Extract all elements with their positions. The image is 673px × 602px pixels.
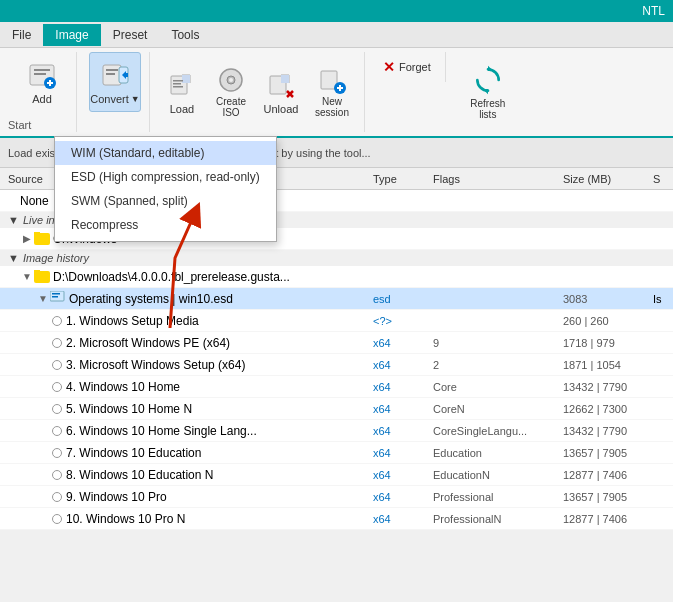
folder-expand-arrow[interactable]: ▼ — [20, 271, 34, 282]
cell-source: 9. Windows 10 Pro — [0, 490, 373, 504]
cell-s: Is — [653, 293, 673, 305]
cell-size: 12877 | 7406 — [563, 469, 653, 481]
cell-flags: Education — [433, 447, 563, 459]
cell-source: 4. Windows 10 Home — [0, 380, 373, 394]
item-label: 4. Windows 10 Home — [66, 380, 180, 394]
cell-type: x64 — [373, 447, 433, 459]
item-label: 1. Windows Setup Media — [66, 314, 199, 328]
cell-size: 12877 | 7406 — [563, 513, 653, 525]
svg-rect-16 — [173, 86, 183, 88]
folder-collapse-arrow[interactable]: ▶ — [20, 233, 34, 244]
svg-rect-5 — [49, 80, 51, 86]
item-label: 6. Windows 10 Home Single Lang... — [66, 424, 257, 438]
convert-dropdown-arrow[interactable]: ▼ — [131, 94, 140, 104]
folder-label: D:\Downloads\4.0.0.0.fbl_prerelease.gust… — [53, 270, 290, 284]
menu-file[interactable]: File — [0, 24, 43, 46]
item-label: 2. Microsoft Windows PE (x64) — [66, 336, 230, 350]
convert-button[interactable]: Convert ▼ — [89, 52, 141, 112]
radio-bullet — [52, 316, 62, 326]
section-arrow[interactable]: ▼ — [8, 214, 19, 226]
cell-source: 7. Windows 10 Education — [0, 446, 373, 460]
dropdown-item-swm[interactable]: SWM (Spanned, split) — [55, 189, 276, 213]
list-item[interactable]: 7. Windows 10 Educationx64Education13657… — [0, 442, 673, 464]
svg-rect-22 — [281, 75, 289, 83]
svg-rect-2 — [34, 73, 46, 75]
new-session-icon — [316, 66, 348, 94]
cell-size: 13657 | 7905 — [563, 491, 653, 503]
menu-image[interactable]: Image — [43, 24, 100, 46]
svg-rect-28 — [339, 85, 341, 91]
add-label: Add — [32, 93, 52, 105]
menu-bar: File Image Preset Tools — [0, 22, 673, 48]
cell-type: x64 — [373, 403, 433, 415]
cell-flags: CoreN — [433, 403, 563, 415]
load-button[interactable]: Load — [160, 62, 204, 122]
forget-button[interactable]: ✕ Forget — [377, 56, 437, 78]
list-item[interactable]: 2. Microsoft Windows PE (x64)x6491718 | … — [0, 332, 673, 354]
unload-button[interactable]: Unload — [258, 62, 304, 122]
radio-bullet — [52, 382, 62, 392]
list-item[interactable]: ▼D:\Downloads\4.0.0.0.fbl_prerelease.gus… — [0, 266, 673, 288]
create-iso-button[interactable]: Create ISO — [206, 62, 256, 122]
convert-dropdown-menu: WIM (Standard, editable) ESD (High compr… — [54, 136, 277, 242]
cell-flags: ProfessionalN — [433, 513, 563, 525]
new-session-button[interactable]: New session — [306, 62, 358, 122]
list-item[interactable]: 9. Windows 10 Prox64Professional13657 | … — [0, 486, 673, 508]
refresh-lists-button[interactable]: Refresh lists — [458, 57, 518, 127]
menu-preset[interactable]: Preset — [101, 24, 160, 46]
list-item[interactable]: 1. Windows Setup Media<?>260 | 260 — [0, 310, 673, 332]
dropdown-item-esd[interactable]: ESD (High compression, read-only) — [55, 165, 276, 189]
list-item[interactable]: 5. Windows 10 Home Nx64CoreN12662 | 7300 — [0, 398, 673, 420]
ribbon-convert-group: Convert ▼ — [81, 52, 150, 132]
cell-source: ▼Operating systems | win10.esd — [0, 291, 373, 306]
menu-tools[interactable]: Tools — [159, 24, 211, 46]
ribbon-refresh-group: Refresh lists — [450, 52, 526, 132]
list-item[interactable]: 3. Microsoft Windows Setup (x64)x6421871… — [0, 354, 673, 376]
cell-size: 260 | 260 — [563, 315, 653, 327]
svg-point-19 — [229, 78, 233, 82]
cell-size: 13432 | 7790 — [563, 425, 653, 437]
esd-collapse-arrow[interactable]: ▼ — [36, 293, 50, 304]
radio-bullet — [52, 514, 62, 524]
cell-type: x64 — [373, 425, 433, 437]
cell-flags: Professional — [433, 491, 563, 503]
dropdown-item-recompress[interactable]: Recompress — [55, 213, 276, 237]
cell-source: ▼D:\Downloads\4.0.0.0.fbl_prerelease.gus… — [0, 270, 373, 284]
cell-type: <?> — [373, 315, 433, 327]
svg-rect-1 — [34, 69, 50, 71]
cell-size: 1718 | 979 — [563, 337, 653, 349]
cell-type: x64 — [373, 469, 433, 481]
cell-flags: EducationN — [433, 469, 563, 481]
title-text: NTL — [642, 4, 665, 18]
cell-flags: 2 — [433, 359, 563, 371]
list-item[interactable]: 4. Windows 10 Homex64Core13432 | 7790 — [0, 376, 673, 398]
svg-rect-14 — [173, 80, 183, 82]
refresh-icon — [472, 64, 504, 96]
create-iso-label: Create ISO — [210, 96, 252, 118]
dropdown-item-wim[interactable]: WIM (Standard, editable) — [55, 141, 276, 165]
radio-bullet — [52, 448, 62, 458]
start-label: Start — [8, 118, 31, 132]
list-item[interactable]: 10. Windows 10 Pro Nx64ProfessionalN1287… — [0, 508, 673, 530]
cell-size: 13657 | 7905 — [563, 447, 653, 459]
cell-source: 1. Windows Setup Media — [0, 314, 373, 328]
item-label: 3. Microsoft Windows Setup (x64) — [66, 358, 245, 372]
new-session-label: New session — [310, 96, 354, 118]
convert-label: Convert — [90, 93, 129, 105]
cell-flags: Core — [433, 381, 563, 393]
svg-rect-7 — [106, 69, 118, 71]
cell-source: 2. Microsoft Windows PE (x64) — [0, 336, 373, 350]
col-header-type: Type — [373, 173, 433, 185]
list-item[interactable]: ▼Operating systems | win10.esdesd3083Is — [0, 288, 673, 310]
svg-rect-13 — [182, 75, 190, 83]
col-header-flags: Flags — [433, 173, 563, 185]
cell-size: 3083 — [563, 293, 653, 305]
list-item[interactable]: 8. Windows 10 Education Nx64EducationN12… — [0, 464, 673, 486]
cell-flags: 9 — [433, 337, 563, 349]
list-item[interactable]: 6. Windows 10 Home Single Lang...x64Core… — [0, 420, 673, 442]
section-arrow[interactable]: ▼ — [8, 252, 19, 264]
add-button[interactable]: Add — [16, 52, 68, 112]
folder-icon — [34, 271, 50, 283]
svg-rect-32 — [52, 293, 60, 295]
folder-icon — [34, 233, 50, 245]
